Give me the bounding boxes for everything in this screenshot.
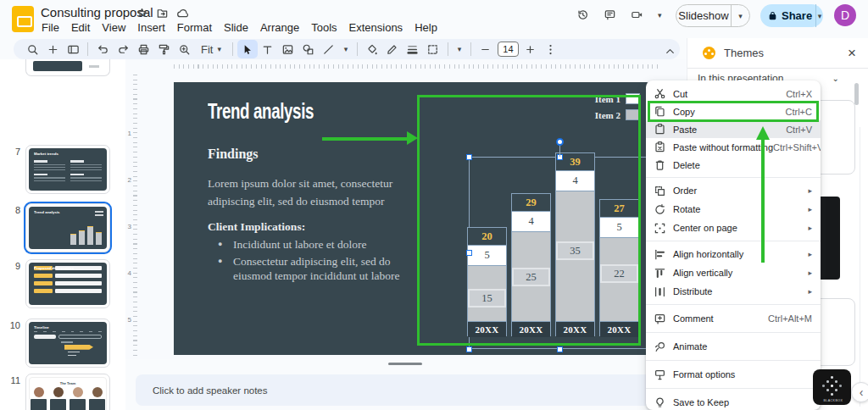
themes-scrollbar[interactable] — [854, 83, 859, 105]
menu-item-align-vertically[interactable]: Align vertically▸ — [646, 263, 821, 282]
menu-item-delete[interactable]: Delete — [646, 156, 821, 174]
slideshow-button[interactable]: Slideshow ▾ — [676, 4, 750, 27]
menu-item-comment[interactable]: CommentCtrl+Alt+M — [646, 308, 821, 329]
comments-icon[interactable] — [604, 8, 616, 21]
slide-filmstrip: 7Market trends8Trend analysis9Proposed d… — [0, 59, 125, 410]
text-box-icon[interactable] — [258, 40, 278, 58]
slide-thumbnail-partial[interactable] — [25, 59, 110, 76]
menu-item-paste-without-formatting[interactable]: Paste without formattingCtrl+Shift+V — [646, 138, 821, 156]
menu-item-order[interactable]: Order▸ — [646, 181, 821, 200]
order-icon — [653, 185, 666, 197]
menubar-edit[interactable]: Edit — [65, 20, 96, 35]
border-weight-icon[interactable] — [403, 40, 423, 58]
menu-item-animate[interactable]: Animate — [646, 336, 821, 357]
slide-thumbnail-row: 7Market trends — [0, 145, 125, 196]
slide-thumbnail-11[interactable]: The Team — [25, 374, 110, 410]
menubar-tools[interactable]: Tools — [305, 20, 342, 35]
close-icon[interactable]: × — [848, 46, 856, 61]
menubar-extensions[interactable]: Extensions — [343, 20, 409, 35]
chevron-down-icon: ▾ — [738, 12, 743, 20]
print-icon[interactable] — [133, 40, 153, 58]
line-icon[interactable] — [319, 40, 339, 58]
fill-color-icon[interactable] — [362, 40, 382, 58]
menubar-insert[interactable]: Insert — [131, 20, 171, 35]
hide-menus-button[interactable] — [659, 42, 680, 60]
menubar-help[interactable]: Help — [409, 20, 443, 35]
share-dropdown[interactable]: ▾ — [815, 4, 823, 27]
meet-camera-icon[interactable] — [631, 8, 643, 21]
menu-item-align-horizontally[interactable]: Align horizontally▸ — [646, 245, 821, 263]
menubar-file[interactable]: File — [36, 20, 65, 35]
slides-logo-icon[interactable] — [12, 6, 34, 32]
slide-title[interactable]: Trend analysis — [208, 99, 314, 124]
avatar[interactable]: D — [834, 4, 856, 26]
undo-icon[interactable] — [92, 40, 113, 58]
dropdown-caret[interactable]: ▾ — [339, 40, 353, 58]
menu-separator — [646, 332, 821, 333]
slide-bullet-list[interactable]: ●Incididunt ut labore et dolore ●Consect… — [218, 238, 417, 286]
menubar-format[interactable]: Format — [171, 20, 218, 35]
submenu-arrow-icon: ▸ — [808, 224, 812, 232]
image-icon[interactable] — [278, 40, 298, 58]
delete-icon — [653, 158, 666, 171]
menu-item-cut[interactable]: CutCtrl+X — [646, 85, 821, 102]
menu-item-save-to-keep[interactable]: Save to Keep — [646, 392, 821, 410]
panel-divider — [860, 127, 860, 407]
paint-format-icon[interactable] — [153, 40, 174, 58]
slide-thumbnail-9[interactable]: Proposed deliverables — [25, 259, 110, 308]
current-slide[interactable]: Trend analysis Findings Lorem ipsum dolo… — [174, 82, 659, 355]
dropdown-caret[interactable]: ▾ — [658, 11, 662, 19]
main-toolbar: Fit▾▾▾14 — [14, 39, 680, 59]
border-color-icon[interactable] — [382, 40, 403, 58]
menu-item-format-options[interactable]: Format options — [646, 364, 821, 385]
zoom-in-icon[interactable] — [174, 40, 194, 58]
cloud-status-icon[interactable] — [176, 7, 189, 19]
plus-icon[interactable] — [42, 40, 63, 58]
menubar-slide[interactable]: Slide — [218, 20, 254, 35]
dropdown-caret[interactable]: ▾ — [453, 40, 466, 58]
filmstrip-panel-icon[interactable] — [63, 40, 83, 58]
decrease-icon[interactable] — [476, 40, 496, 58]
menu-item-copy[interactable]: CopyCtrl+C — [646, 102, 821, 120]
slide-thumbnail-row: 10Timeline — [0, 319, 125, 369]
menu-item-paste[interactable]: PasteCtrl+V — [646, 120, 821, 138]
toolbar-separator — [470, 42, 471, 56]
share-button[interactable]: Share ▾ — [760, 4, 823, 27]
overlay-collapse-button[interactable]: ‹ — [851, 382, 868, 402]
selection-handle[interactable] — [557, 346, 563, 352]
paste-plain-icon — [653, 141, 666, 153]
zoom-select[interactable]: Fit▾ — [194, 43, 228, 56]
increase-icon[interactable] — [520, 40, 541, 58]
blackbox-logo-icon — [831, 376, 833, 379]
slide-body-text[interactable]: Lorem ipsum dolor sit amet, consectetur … — [208, 175, 424, 211]
slide-thumbnail-7[interactable]: Market trends — [25, 145, 110, 194]
move-folder-icon[interactable] — [156, 7, 169, 19]
redo-icon[interactable] — [113, 40, 133, 58]
ruler-number: 2 — [123, 176, 131, 184]
border-dash-icon[interactable] — [423, 40, 443, 58]
slide-thumbnail-8[interactable]: Trend analysis — [25, 203, 110, 252]
submenu-arrow-icon: ▸ — [808, 205, 812, 213]
menubar-view[interactable]: View — [96, 20, 131, 35]
shape-icon[interactable] — [298, 40, 319, 58]
slideshow-dropdown[interactable]: ▾ — [731, 5, 749, 26]
star-icon[interactable] — [136, 7, 148, 19]
more-options-icon[interactable] — [541, 40, 561, 58]
notes-resize-handle[interactable] — [388, 363, 422, 365]
slide-subheading[interactable]: Findings — [208, 147, 259, 162]
chevron-down-icon[interactable]: ⌄ — [832, 74, 839, 83]
selection-handle[interactable] — [466, 346, 472, 352]
menu-item-distribute[interactable]: Distribute▸ — [646, 282, 821, 301]
slide-implications-label[interactable]: Client Implications: — [208, 220, 305, 234]
version-history-icon[interactable] — [576, 8, 589, 21]
menu-item-rotate[interactable]: Rotate▸ — [646, 200, 821, 219]
slide-thumbnail-10[interactable]: Timeline — [25, 319, 110, 368]
search-icon[interactable] — [22, 40, 42, 58]
size-input[interactable]: 14 — [498, 42, 519, 57]
app-header: Consulting proposal FileEditViewInsertFo… — [0, 0, 868, 37]
menubar-arrange[interactable]: Arrange — [254, 20, 305, 35]
annotation-arrow-line — [322, 137, 409, 141]
menu-item-center-on-page[interactable]: Center on page▸ — [646, 219, 821, 237]
slide-thumbnail-row: 11The Team — [0, 374, 125, 410]
select-cursor-icon[interactable] — [237, 40, 258, 58]
